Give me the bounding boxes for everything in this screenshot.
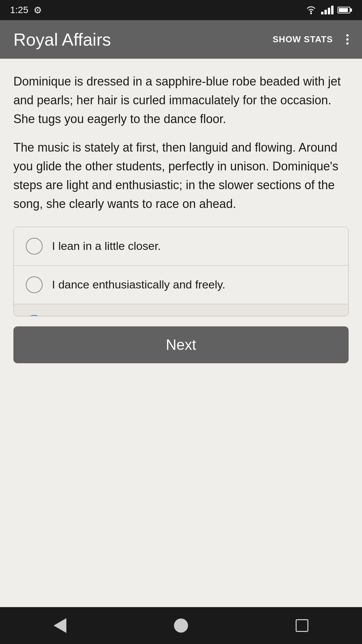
app-bar: Royal Affairs SHOW STATS bbox=[0, 20, 362, 59]
app-title: Royal Affairs bbox=[13, 30, 273, 50]
svg-point-0 bbox=[310, 13, 312, 14]
choices-container: I lean in a little closer. I dance enthu… bbox=[13, 227, 349, 316]
story-paragraph-2: The music is stately at first, then lang… bbox=[13, 138, 349, 213]
radio-button-2[interactable] bbox=[26, 276, 43, 293]
choice-text-1: I lean in a little closer. bbox=[52, 238, 161, 254]
choice-item-2[interactable]: I dance enthusiastically and freely. bbox=[14, 266, 348, 304]
status-bar: 1:25 ⚙ bbox=[0, 0, 362, 20]
main-content: Dominique is dressed in a sapphire-blue … bbox=[0, 59, 362, 326]
show-stats-button[interactable]: SHOW STATS bbox=[273, 34, 333, 45]
back-button[interactable] bbox=[54, 618, 66, 633]
settings-icon: ⚙ bbox=[34, 5, 42, 16]
more-options-icon[interactable] bbox=[346, 34, 349, 45]
next-button[interactable]: Next bbox=[13, 326, 349, 363]
battery-icon bbox=[338, 7, 352, 13]
wifi-icon bbox=[305, 6, 317, 14]
choice-text-3: I keep to correct, formal steps. bbox=[52, 315, 205, 316]
signal-icon bbox=[321, 6, 334, 14]
recents-button[interactable] bbox=[296, 619, 308, 632]
choice-text-2: I dance enthusiastically and freely. bbox=[52, 277, 225, 293]
choice-item-3[interactable]: I keep to correct, formal steps. bbox=[14, 304, 348, 316]
story-text: Dominique is dressed in a sapphire-blue … bbox=[13, 72, 349, 213]
story-paragraph-1: Dominique is dressed in a sapphire-blue … bbox=[13, 72, 349, 128]
nav-bar bbox=[0, 607, 362, 644]
choice-item-1[interactable]: I lean in a little closer. bbox=[14, 227, 348, 266]
status-time: 1:25 bbox=[10, 5, 28, 15]
home-button[interactable] bbox=[174, 619, 188, 633]
radio-button-3[interactable] bbox=[26, 315, 43, 316]
radio-button-1[interactable] bbox=[26, 238, 43, 255]
